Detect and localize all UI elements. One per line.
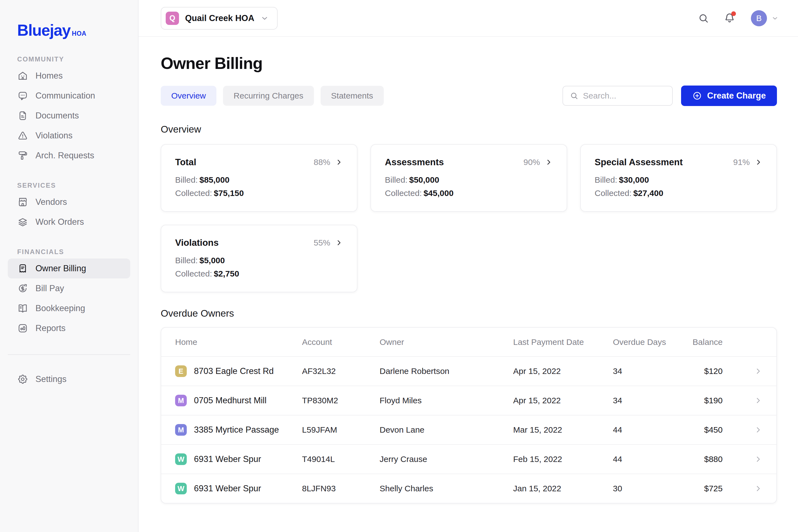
sidebar-divider — [8, 354, 130, 355]
home-badge: W — [175, 453, 187, 465]
sidebar-item-vendors[interactable]: Vendors — [8, 192, 130, 212]
overdue-days-cell: 34 — [613, 396, 682, 405]
account-cell: AF32L32 — [302, 366, 380, 376]
search-icon — [698, 13, 709, 24]
sidebar-item-label: Bill Pay — [35, 283, 64, 293]
chevron-right-icon[interactable] — [754, 484, 763, 493]
tab-recurring-charges[interactable]: Recurring Charges — [223, 86, 314, 106]
sidebar-item-bookkeeping[interactable]: Bookkeeping — [8, 298, 130, 318]
home-badge: W — [175, 483, 187, 494]
currency-refresh-icon — [17, 283, 28, 294]
billed-label: Billed: — [595, 175, 617, 184]
tab-statements[interactable]: Statements — [321, 86, 384, 106]
chevron-right-icon[interactable] — [754, 455, 763, 463]
account-cell: T49014L — [302, 455, 380, 464]
summary-card-violations[interactable]: Violations 55% Billed:$5,000 Collected:$… — [161, 225, 358, 292]
owner-cell: Jerry Crause — [380, 455, 513, 464]
home-badge: M — [175, 424, 187, 436]
collected-label: Collected: — [175, 189, 212, 197]
brand-logo[interactable]: Bluejay HOA — [0, 0, 138, 39]
summary-card-total[interactable]: Total 88% Billed:$85,000 Collected:$75,1… — [161, 144, 358, 212]
open-book-icon — [17, 303, 28, 314]
tab-overview[interactable]: Overview — [161, 86, 216, 106]
last-payment-cell: Apr 15, 2022 — [513, 396, 613, 405]
chevron-right-icon[interactable] — [754, 425, 763, 434]
sidebar-item-homes[interactable]: Homes — [8, 66, 130, 86]
overview-heading: Overview — [161, 124, 777, 135]
notifications-button[interactable] — [724, 12, 736, 25]
chevron-right-icon[interactable] — [335, 158, 343, 166]
billed-label: Billed: — [385, 175, 407, 184]
account-cell: TP830M2 — [302, 396, 380, 405]
sidebar-item-violations[interactable]: Violations — [8, 126, 130, 146]
chevron-right-icon[interactable] — [335, 239, 343, 247]
last-payment-cell: Mar 15, 2022 — [513, 425, 613, 435]
sidebar-item-label: Reports — [35, 323, 66, 333]
overdue-owners-heading: Overdue Owners — [161, 308, 777, 319]
sidebar-item-reports[interactable]: Reports — [8, 318, 130, 338]
table-row[interactable]: M3385 Myrtice Passage L59JFAM Devon Lane… — [161, 415, 776, 444]
community-name: Quail Creek HOA — [185, 13, 254, 23]
sidebar-item-work-orders[interactable]: Work Orders — [8, 212, 130, 232]
chevron-right-icon[interactable] — [544, 158, 553, 166]
avatar[interactable]: B — [751, 10, 767, 26]
bar-chart-icon — [17, 323, 28, 334]
card-title: Violations — [175, 238, 219, 248]
home-badge: M — [175, 395, 187, 406]
chevron-right-icon[interactable] — [754, 396, 763, 405]
account-menu-chevron[interactable] — [772, 15, 779, 22]
home-address: 6931 Weber Spur — [194, 454, 261, 464]
owner-cell: Floyd Miles — [380, 396, 513, 405]
sidebar-item-label: Settings — [35, 374, 67, 384]
sidebar-item-label: Vendors — [35, 197, 67, 207]
search-button[interactable] — [698, 13, 709, 24]
overdue-days-cell: 30 — [613, 484, 682, 493]
page-content: Owner Billing Overview Recurring Charges… — [139, 37, 798, 504]
summary-card-special-assessment[interactable]: Special Assessment 91% Billed:$30,000 Co… — [580, 144, 777, 212]
warning-triangle-icon — [17, 130, 28, 141]
billed-value: $30,000 — [619, 175, 649, 184]
table-header-row: Home Account Owner Last Payment Date Ove… — [161, 328, 776, 356]
sidebar-item-settings[interactable]: Settings — [8, 369, 130, 389]
balance-cell: $190 — [682, 396, 723, 405]
sidebar-item-owner-billing[interactable]: Owner Billing — [8, 259, 130, 279]
table-row[interactable]: M0705 Medhurst Mill TP830M2 Floyd Miles … — [161, 385, 776, 415]
table-row[interactable]: W6931 Weber Spur T49014L Jerry Crause Fe… — [161, 444, 776, 474]
overdue-days-cell: 34 — [613, 366, 682, 376]
sidebar-item-documents[interactable]: Documents — [8, 106, 130, 126]
layers-icon — [17, 216, 28, 228]
receipt-icon — [17, 263, 28, 274]
home-address: 0705 Medhurst Mill — [194, 396, 267, 405]
card-percent: 90% — [523, 157, 540, 167]
paint-roller-icon — [17, 150, 28, 161]
summary-card-assessments[interactable]: Assessments 90% Billed:$50,000 Collected… — [370, 144, 567, 212]
community-switcher[interactable]: Q Quail Creek HOA — [161, 7, 278, 30]
sidebar-item-communication[interactable]: Communication — [8, 86, 130, 106]
overdue-days-cell: 44 — [613, 425, 682, 435]
billed-label: Billed: — [175, 256, 198, 265]
page-title: Owner Billing — [161, 54, 777, 73]
overview-cards: Total 88% Billed:$85,000 Collected:$75,1… — [161, 144, 777, 292]
sidebar-item-label: Homes — [35, 71, 62, 81]
page-actions: Create Charge — [562, 86, 777, 106]
owner-cell: Shelly Charles — [380, 484, 513, 493]
search-input[interactable] — [583, 91, 666, 100]
gear-icon — [17, 374, 28, 385]
sidebar-item-arch-requests[interactable]: Arch. Requests — [8, 146, 130, 166]
table-row[interactable]: W6931 Weber Spur 8LJFN93 Shelly Charles … — [161, 474, 776, 503]
chevron-right-icon[interactable] — [754, 158, 763, 166]
card-percent: 88% — [314, 157, 330, 167]
sidebar-item-bill-pay[interactable]: Bill Pay — [8, 279, 130, 298]
balance-cell: $120 — [682, 366, 723, 376]
tab-bar: Overview Recurring Charges Statements — [161, 86, 384, 106]
account-cell: 8LJFN93 — [302, 484, 380, 493]
create-charge-button[interactable]: Create Charge — [681, 86, 777, 106]
chevron-right-icon[interactable] — [754, 367, 763, 376]
search-icon — [570, 91, 579, 100]
card-percent: 91% — [733, 157, 750, 167]
owner-cell: Darlene Robertson — [380, 366, 513, 376]
table-row[interactable]: E8703 Eagle Crest Rd AF32L32 Darlene Rob… — [161, 356, 776, 385]
balance-cell: $450 — [682, 425, 723, 435]
collected-value: $2,750 — [214, 269, 239, 278]
topbar: Q Quail Creek HOA B — [139, 0, 798, 37]
